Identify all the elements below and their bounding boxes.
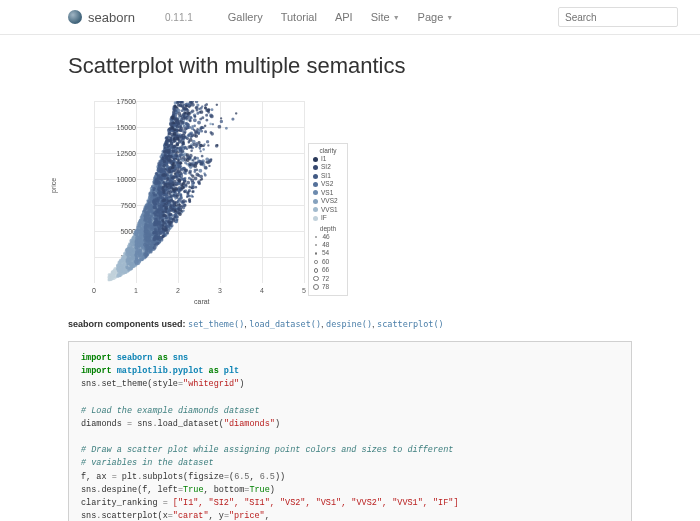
seaborn-logo-icon <box>68 10 82 24</box>
legend-marker-icon <box>313 174 318 179</box>
x-axis-label: carat <box>194 298 210 305</box>
nav-page-dropdown[interactable]: Page ▼ <box>418 11 454 23</box>
legend-row: 48 <box>313 241 343 249</box>
legend-marker-icon <box>313 182 318 187</box>
component-link[interactable]: set_theme() <box>188 319 244 329</box>
scatterplot-figure: price carat 2500500075001000012500150001… <box>62 93 352 313</box>
y-axis-label: price <box>50 178 57 193</box>
component-link[interactable]: despine() <box>326 319 372 329</box>
nav-site-label: Site <box>371 11 390 23</box>
legend-row: I1 <box>313 155 343 163</box>
x-tick-label: 1 <box>134 287 138 294</box>
legend-row: VVS1 <box>313 206 343 214</box>
legend-row: 72 <box>313 275 343 283</box>
legend-row: 66 <box>313 266 343 274</box>
x-tick-label: 4 <box>260 287 264 294</box>
legend-size-icon <box>315 236 317 238</box>
legend-row: VVS2 <box>313 197 343 205</box>
legend-size-icon <box>313 276 318 281</box>
legend-row: 78 <box>313 283 343 291</box>
legend-marker-icon <box>313 207 318 212</box>
brand-name: seaborn <box>88 10 135 25</box>
legend-row: 46 <box>313 233 343 241</box>
legend-marker-icon <box>313 157 318 162</box>
nav-page-label: Page <box>418 11 444 23</box>
legend-size-icon <box>315 252 318 255</box>
legend-size-title: depth <box>313 225 343 232</box>
components-label: seaborn components used: <box>68 319 186 329</box>
legend-row: SI2 <box>313 163 343 171</box>
code-block: import seaborn as sns import matplotlib.… <box>68 341 632 521</box>
legend-marker-icon <box>313 190 318 195</box>
main-container: Scatterplot with multiple semantics pric… <box>68 35 632 521</box>
caret-down-icon: ▼ <box>446 14 453 21</box>
legend-row: VS2 <box>313 180 343 188</box>
x-tick-label: 5 <box>302 287 306 294</box>
nav-tutorial[interactable]: Tutorial <box>281 11 317 23</box>
version-label: 0.11.1 <box>165 12 193 23</box>
component-link[interactable]: load_dataset() <box>249 319 321 329</box>
x-tick-label: 2 <box>176 287 180 294</box>
brand-link[interactable]: seaborn <box>68 10 135 25</box>
legend-row: VS1 <box>313 189 343 197</box>
legend-row: IF <box>313 214 343 222</box>
legend-size-icon <box>313 284 319 290</box>
component-link[interactable]: scatterplot() <box>377 319 444 329</box>
caret-down-icon: ▼ <box>393 14 400 21</box>
legend-hue-title: clarity <box>313 147 343 154</box>
legend-row: 60 <box>313 258 343 266</box>
nav-links: Gallery Tutorial API Site ▼ Page ▼ <box>228 11 453 23</box>
legend-size-icon <box>314 260 317 263</box>
navbar: seaborn 0.11.1 Gallery Tutorial API Site… <box>0 0 700 35</box>
scatter-canvas <box>94 101 304 283</box>
nav-gallery[interactable]: Gallery <box>228 11 263 23</box>
x-tick-label: 3 <box>218 287 222 294</box>
nav-api[interactable]: API <box>335 11 353 23</box>
legend-marker-icon <box>313 216 318 221</box>
nav-site-dropdown[interactable]: Site ▼ <box>371 11 400 23</box>
legend-marker-icon <box>313 165 318 170</box>
legend-size-icon <box>314 268 318 272</box>
legend-row: 54 <box>313 249 343 257</box>
search-input[interactable] <box>558 7 678 27</box>
page-title: Scatterplot with multiple semantics <box>68 53 632 79</box>
chart-legend: clarity I1SI2SI1VS2VS1VVS2VVS1IF depth 4… <box>308 143 348 296</box>
legend-size-icon <box>315 244 317 246</box>
components-used: seaborn components used: set_theme(), lo… <box>68 319 632 329</box>
x-tick-label: 0 <box>92 287 96 294</box>
search-wrap <box>558 7 678 27</box>
legend-row: SI1 <box>313 172 343 180</box>
legend-marker-icon <box>313 199 318 204</box>
